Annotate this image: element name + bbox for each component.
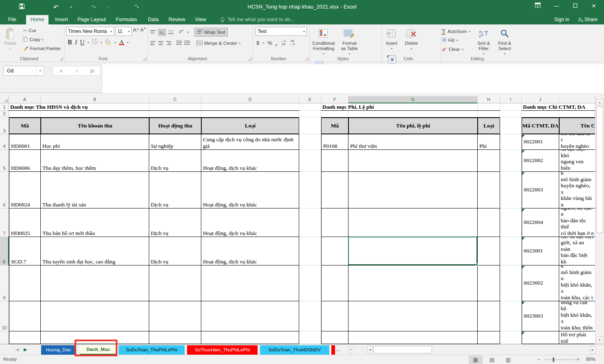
column-header-K[interactable]	[559, 96, 595, 103]
insert-function-icon[interactable]: fx	[90, 68, 94, 74]
cell-K8[interactable]: Hỗ trợ đầu tư c các xã đặc biệt giới, xã…	[559, 237, 595, 265]
clipboard-dialog-launcher-icon[interactable]	[60, 57, 63, 60]
name-box-dropdown-icon[interactable]: ▾	[36, 66, 44, 75]
fill-handle[interactable]	[476, 263, 478, 266]
cell-G6[interactable]	[348, 172, 478, 208]
underline-button[interactable]: U	[80, 39, 85, 46]
align-center-icon[interactable]	[158, 41, 163, 46]
cell-F3[interactable]: Mã	[321, 117, 348, 134]
cell-K4[interactable]: Hỗ trợ đầu tư c huyện nghèo	[559, 134, 595, 150]
cell-C3[interactable]: Hoạt động thu	[149, 117, 201, 134]
cell-D3[interactable]: Loại	[201, 117, 299, 134]
tab-formulas[interactable]: Formulas	[112, 15, 141, 24]
row-header-10[interactable]: 10	[0, 301, 9, 331]
shrink-font-icon[interactable]: A▼	[141, 27, 146, 36]
cell-K9[interactable]: Hỗ trợ phát triể dạng hóa sinh k mô hình…	[559, 265, 595, 301]
increase-indent-icon[interactable]	[184, 39, 190, 47]
cell-J9[interactable]: 0023002	[522, 265, 559, 301]
row-header-6[interactable]: 6	[0, 172, 9, 208]
cell-H8[interactable]	[478, 237, 500, 265]
cell-F6[interactable]	[321, 172, 348, 208]
row-header-4[interactable]: 4	[0, 134, 9, 150]
share-button[interactable]: Share	[584, 15, 601, 24]
sign-in-button[interactable]: Sign in	[554, 15, 572, 24]
cell-K3[interactable]: Tên C	[559, 117, 595, 134]
insert-cells-button[interactable]: Insert▾	[383, 26, 401, 52]
zoom-percent[interactable]: 85%	[586, 357, 595, 362]
orientation-icon[interactable]: ab	[179, 29, 185, 36]
cell-D5[interactable]: Hoạt động, dịch vụ khác	[201, 150, 299, 172]
cell-H6[interactable]	[478, 172, 500, 208]
cell-H10[interactable]	[478, 301, 500, 331]
zoom-slider[interactable]	[544, 360, 575, 360]
comma-format-icon[interactable]: ,	[276, 39, 277, 46]
cell-C7[interactable]: Dịch vụ	[149, 208, 201, 237]
confirm-entry-icon[interactable]: ✓	[75, 68, 79, 74]
cell-B8[interactable]: Thu tuyển sinh đại học, cao đẳng	[41, 237, 149, 265]
normal-view-icon[interactable]: ▦	[469, 355, 483, 364]
cell-H11[interactable]	[478, 331, 500, 344]
cell-G10[interactable]	[348, 301, 478, 331]
increase-decimal-icon[interactable]: ←.0.00	[280, 39, 286, 46]
fill-color-icon[interactable]	[105, 39, 112, 46]
tab-scroll-splitter[interactable]: ⋮	[360, 347, 365, 352]
cell-G7[interactable]	[348, 208, 478, 237]
cell-A8[interactable]: SGD.7	[9, 237, 41, 265]
cell-D4[interactable]: Cung cấp dịch vụ công do nhà nước định g…	[201, 134, 299, 150]
cell-F5[interactable]	[321, 150, 348, 172]
decrease-decimal-icon[interactable]: .00→.0	[289, 39, 295, 46]
cell-A11[interactable]	[9, 331, 41, 344]
formula-input[interactable]	[102, 64, 604, 93]
cell-F7[interactable]	[321, 208, 348, 237]
row-header-3[interactable]: 3	[0, 117, 9, 134]
cell-B3[interactable]: Tên khoản thu	[41, 117, 149, 134]
merge-center-button[interactable]: Merge & Center▾	[195, 39, 242, 48]
find-select-button[interactable]: Find & Select▾	[495, 26, 514, 57]
cell-K11[interactable]: Hỗ trợ phát triể dạng hóa sinh k	[559, 331, 595, 344]
row-header-8[interactable]: 8	[0, 237, 9, 265]
cell-A6[interactable]: HD0024	[9, 172, 41, 208]
cell-F10[interactable]	[321, 301, 348, 331]
column-header-E[interactable]: E	[299, 96, 321, 103]
page-layout-view-icon[interactable]: ▤	[485, 355, 499, 364]
cell-D8[interactable]: Hoạt động, dịch vụ khác	[201, 237, 299, 265]
percent-format-icon[interactable]: %	[267, 40, 272, 46]
paste-dropdown-icon[interactable]: ▾	[9, 46, 11, 51]
column-header-B[interactable]: B	[41, 96, 149, 103]
row-header-11[interactable]	[0, 331, 9, 344]
zoom-in-icon[interactable]: +	[576, 356, 580, 362]
column-header-H[interactable]: H	[478, 96, 500, 103]
number-format-combo[interactable]: Text▾	[256, 27, 307, 36]
cell-H7[interactable]	[478, 208, 500, 237]
cell-A9[interactable]	[9, 265, 41, 301]
cell-J4[interactable]: 0022001	[522, 134, 559, 150]
cell-C11[interactable]	[149, 331, 201, 344]
cell-G4[interactable]: Phí thư viện	[348, 134, 478, 150]
cell-J7[interactable]: 0022004	[522, 208, 559, 237]
vertical-scrollbar[interactable]: ▲ ▼	[595, 96, 604, 344]
alignment-dialog-launcher-icon[interactable]	[248, 57, 251, 60]
sheet-tab-Huong_Dan[interactable]: Huong_Dan	[41, 345, 76, 355]
horizontal-scroll-thumb[interactable]	[373, 346, 432, 353]
next-sheet-icon[interactable]: ▶	[24, 347, 27, 352]
bold-button[interactable]: B	[68, 39, 72, 46]
cell-J8[interactable]: 0023001	[522, 237, 559, 265]
sheet-tab-SoDuToan_ThuPhiLePhi[interactable]: SoDuToan_ThuPhiLePhi	[118, 345, 185, 355]
vertical-scroll-thumb[interactable]	[596, 107, 603, 233]
cell-D10[interactable]	[201, 301, 299, 331]
tab-file[interactable]: File	[4, 15, 20, 24]
format-painter-button[interactable]: Format Painter	[23, 44, 61, 53]
ribbon-display-options-icon[interactable]	[528, 0, 547, 12]
cell-A5[interactable]: HD0006	[9, 150, 41, 172]
borders-icon[interactable]	[92, 39, 98, 46]
format-as-table-button[interactable]: Format as Table▾	[338, 26, 361, 57]
cell-K6[interactable]: Hỗ trợ phát triể dạng hóa sinh k mô hình…	[559, 172, 595, 208]
sheet-tab-partial[interactable]	[331, 345, 335, 355]
hscroll-left-icon[interactable]: ◄	[367, 346, 373, 353]
cell-K5[interactable]: Hỗ trợ đầu tư c xã đặc biệt khó ngang ve…	[559, 150, 595, 172]
cell-H3[interactable]: Loại	[478, 117, 500, 134]
tab-home[interactable]: Home	[26, 15, 48, 24]
cell-C5[interactable]: Dịch vụ	[149, 150, 201, 172]
scroll-up-icon[interactable]: ▲	[596, 99, 603, 105]
cell-H5[interactable]	[478, 150, 500, 172]
